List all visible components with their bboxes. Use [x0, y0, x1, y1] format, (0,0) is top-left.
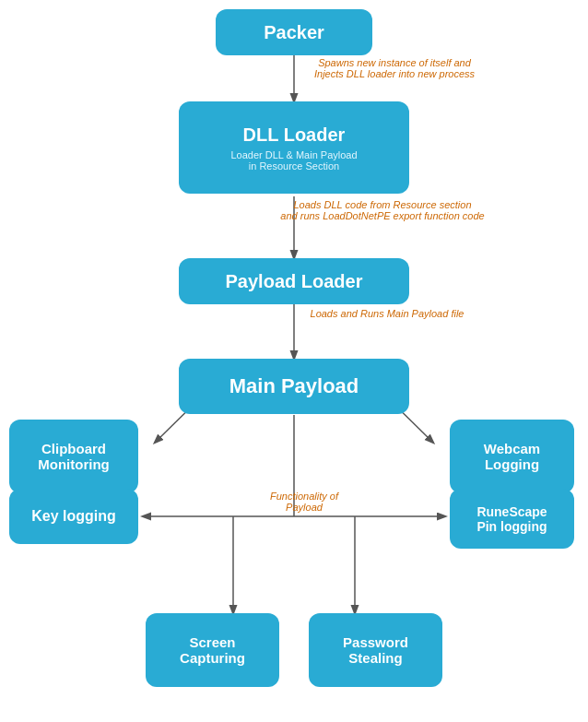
webcam-node: Webcam Logging	[450, 420, 574, 493]
main-payload-node: Main Payload	[179, 359, 409, 414]
annotation-dll-payload: Loads DLL code from Resource section and…	[267, 199, 498, 221]
password-node: Password Stealing	[309, 613, 442, 687]
diagram: Packer Spawns new instance of itself and…	[0, 0, 588, 722]
keylogging-node: Key logging	[9, 489, 138, 544]
annotation-functionality: Functionality of Payload	[249, 491, 359, 513]
runescape-node: RuneScape Pin logging	[450, 489, 574, 549]
dll-loader-node: DLL Loader Loader DLL & Main Payload in …	[179, 101, 409, 194]
payload-loader-node: Payload Loader	[179, 258, 409, 304]
annotation-payload-main: Loads and Runs Main Payload file	[286, 308, 488, 319]
clipboard-node: Clipboard Monitoring	[9, 420, 138, 493]
annotation-packer-dll: Spawns new instance of itself and Inject…	[302, 57, 487, 79]
packer-node: Packer	[216, 9, 372, 55]
screen-node: Screen Capturing	[146, 613, 279, 687]
